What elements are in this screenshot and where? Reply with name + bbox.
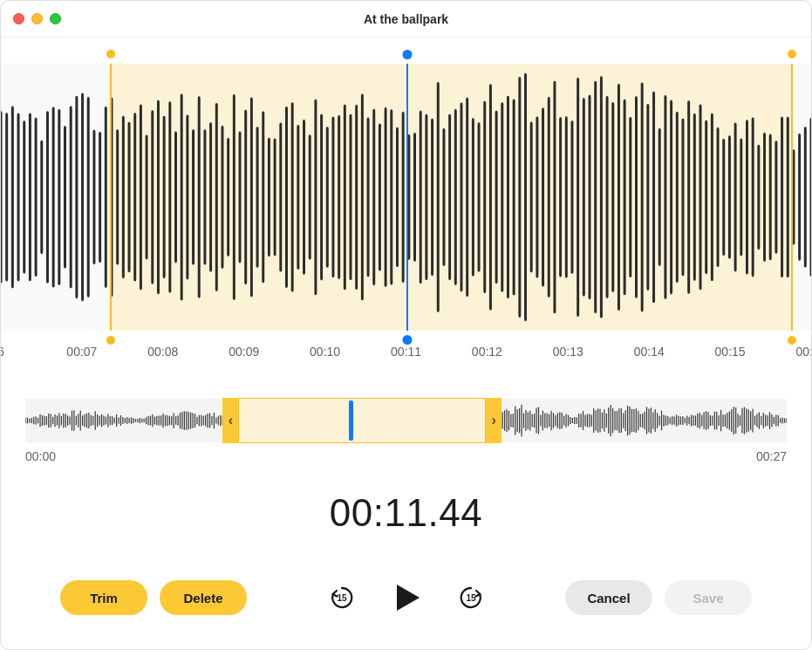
titlebar: At the ballpark [1, 1, 811, 38]
bottom-toolbar: Trim Delete 15 15 [1, 577, 811, 619]
transport-controls: 15 15 [324, 577, 488, 619]
time-tick: 00:10 [310, 345, 340, 359]
time-tick: 00:13 [553, 345, 583, 359]
skip-back-button[interactable]: 15 [324, 580, 359, 615]
overview-times: 00:00 00:27 [25, 449, 787, 463]
overview-waveform[interactable]: ‹ › [25, 399, 787, 442]
time-tick: 00:14 [634, 345, 665, 359]
trim-handle-right[interactable] [791, 64, 793, 331]
time-tick: 00:12 [472, 345, 502, 359]
window-controls [13, 13, 61, 24]
time-tick: 00:11 [391, 345, 421, 359]
main-waveform-area: 600:0700:0800:0900:1000:1100:1200:1300:1… [1, 64, 811, 362]
play-button[interactable] [386, 577, 427, 619]
overview-playhead[interactable] [349, 400, 353, 441]
overview-area: ‹ › 00:00 00:27 [25, 399, 787, 463]
overview-handle-right[interactable]: › [486, 398, 502, 443]
trim-handle-left[interactable] [110, 64, 112, 331]
time-tick: 00:16 [795, 345, 812, 359]
time-tick: 6 [0, 345, 4, 359]
playhead[interactable] [406, 64, 409, 331]
time-tick: 00:08 [147, 345, 178, 359]
zoom-icon[interactable] [50, 13, 61, 24]
overview-handle-left[interactable]: ‹ [222, 398, 238, 443]
time-axis: 600:0700:0800:0900:1000:1100:1200:1300:1… [1, 345, 811, 362]
time-tick: 00:09 [229, 345, 259, 359]
current-time-display: 00:11.44 [1, 491, 811, 535]
skip-back-15-icon: 15 [328, 584, 356, 612]
time-tick: 00:15 [715, 345, 746, 359]
delete-button[interactable]: Delete [160, 580, 247, 615]
main-waveform[interactable] [1, 64, 811, 331]
skip-forward-button[interactable]: 15 [454, 580, 488, 615]
svg-text:15: 15 [337, 593, 347, 603]
overview-end-time: 00:27 [756, 449, 787, 463]
close-icon[interactable] [13, 13, 24, 24]
window-title: At the ballpark [1, 12, 811, 26]
minimize-icon[interactable] [31, 13, 43, 24]
time-tick: 00:07 [66, 345, 97, 359]
play-icon [389, 580, 424, 615]
overview-start-time: 00:00 [25, 449, 56, 463]
skip-forward-15-icon: 15 [457, 584, 485, 612]
svg-text:15: 15 [466, 593, 476, 603]
cancel-button[interactable]: Cancel [565, 580, 652, 615]
save-button: Save [665, 580, 752, 615]
overview-selection [238, 398, 486, 443]
trim-button[interactable]: Trim [60, 580, 147, 615]
